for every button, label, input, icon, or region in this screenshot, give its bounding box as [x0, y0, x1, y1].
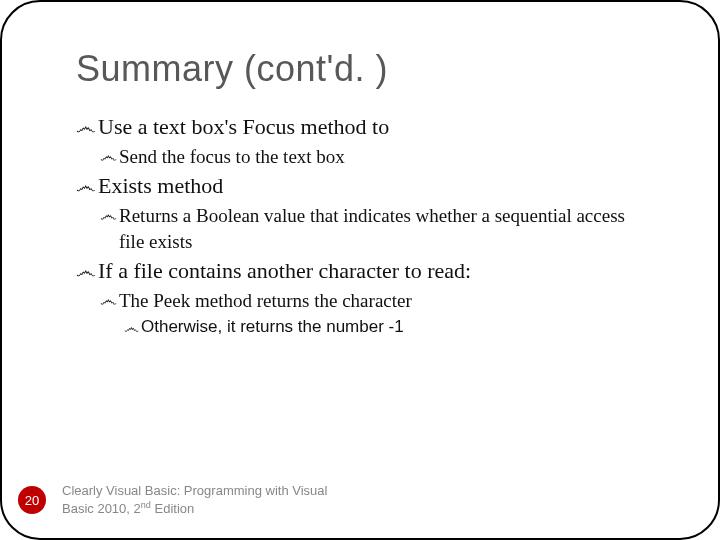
footer-line2-suffix: Edition: [151, 501, 194, 516]
slide-frame: Summary (cont'd. ) ෴ Use a text box's Fo…: [0, 0, 720, 540]
bullet-item: ෴ Use a text box's Focus method to: [76, 112, 654, 142]
slide-title: Summary (cont'd. ): [76, 48, 654, 90]
bullet-glyph-icon: ෴: [76, 112, 96, 142]
bullet-text: Otherwise, it returns the number -1: [141, 316, 654, 339]
bullet-text: If a file contains another character to …: [98, 256, 654, 286]
bullet-item: ෴ Returns a Boolean value that indicates…: [100, 203, 654, 254]
bullet-item: ෴ If a file contains another character t…: [76, 256, 654, 286]
slide-body: ෴ Use a text box's Focus method to ෴ Sen…: [76, 112, 654, 339]
bullet-item: ෴ Exists method: [76, 171, 654, 201]
bullet-glyph-icon: ෴: [76, 171, 96, 201]
bullet-text: Use a text box's Focus method to: [98, 112, 654, 142]
page-number-badge: 20: [18, 486, 46, 514]
bullet-glyph-icon: ෴: [76, 256, 96, 286]
bullet-item: ෴ Send the focus to the text box: [100, 144, 654, 170]
footer-line1: Clearly Visual Basic: Programming with V…: [62, 483, 327, 498]
bullet-glyph-icon: ෴: [100, 144, 117, 170]
footer-line2-prefix: Basic 2010, 2: [62, 501, 141, 516]
bullet-item: ෴ Otherwise, it returns the number -1: [124, 316, 654, 339]
bullet-text: The Peek method returns the character: [119, 288, 654, 314]
bullet-item: ෴ The Peek method returns the character: [100, 288, 654, 314]
bullet-text: Send the focus to the text box: [119, 144, 654, 170]
footer-ordinal-sup: nd: [141, 500, 151, 510]
page-number: 20: [25, 493, 39, 508]
bullet-glyph-icon: ෴: [100, 288, 117, 314]
bullet-glyph-icon: ෴: [100, 203, 117, 254]
bullet-text: Returns a Boolean value that indicates w…: [119, 203, 654, 254]
footer-text: Clearly Visual Basic: Programming with V…: [62, 483, 362, 518]
bullet-glyph-icon: ෴: [124, 316, 139, 339]
bullet-text: Exists method: [98, 171, 654, 201]
